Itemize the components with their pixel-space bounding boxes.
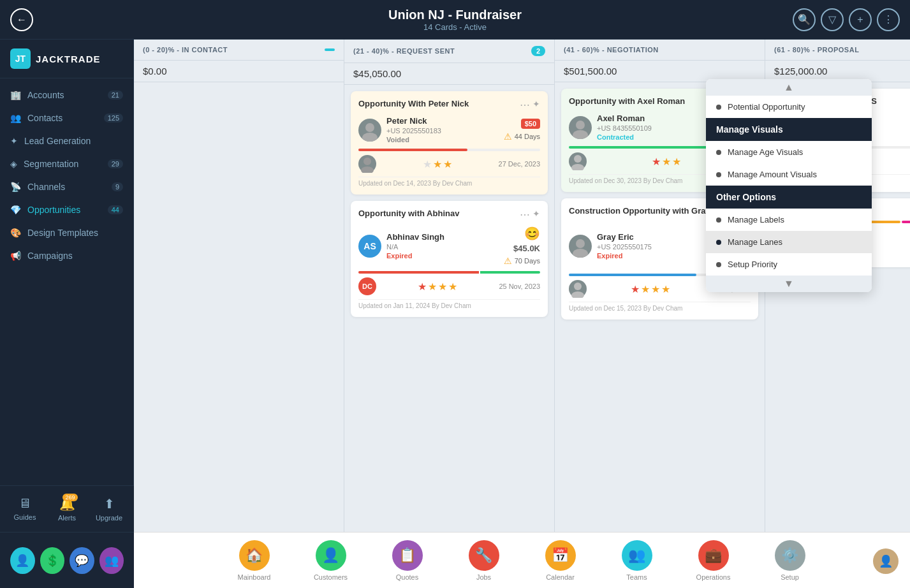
card-pin-peter-nick[interactable]: ✦ [532, 99, 540, 109]
dropdown-scroll-down[interactable]: ▼ [706, 276, 872, 292]
footer-avatar-peter-nick [358, 155, 376, 173]
nav-label-teams: Teams [626, 573, 647, 581]
dropdown-header-other-options: Other Options [706, 186, 872, 209]
page-title: Union NJ - Fundraiser [388, 8, 522, 22]
footer-avatar-axel [569, 152, 587, 170]
column-header-negotiation: (41 - 60)% - NEGOTIATION [555, 40, 765, 61]
label-manage-age-visuals: Manage Age Visuals [728, 147, 803, 157]
svg-point-4 [576, 121, 585, 129]
dropdown-item-potential-opportunity[interactable]: Potential Opportunity [706, 96, 872, 118]
svg-point-9 [573, 249, 588, 258]
col-cards-request-sent: Opportunity With Peter Nick ⋯ ✦ Peter Ni… [344, 85, 554, 532]
column-in-contact: (0 - 20)% - IN CONTACT $0.00 [134, 40, 344, 532]
bottom-icon-dollar[interactable]: 💲 [40, 547, 65, 574]
logo-text: JACKTRADE [36, 54, 101, 64]
sidebar-item-opportunities[interactable]: 💎 Opportunities 44 [0, 198, 133, 221]
dot-potential [716, 105, 721, 110]
person-name-peter-nick: Peter Nick [386, 116, 499, 126]
guides-button[interactable]: 🖥 Guides [5, 492, 45, 526]
guides-label: Guides [14, 513, 36, 521]
nav-item-customers[interactable]: 👤 Customers [293, 535, 369, 586]
updated-gray: Updated on Dec 15, 2023 By Dev Cham [569, 302, 751, 312]
search-button[interactable]: 🔍 [793, 8, 816, 31]
bottom-icon-user[interactable]: 👤 [10, 547, 35, 574]
progress-peter-nick [358, 149, 467, 151]
card-title-peter-nick: Opportunity With Peter Nick [358, 99, 520, 108]
avatar-gray-eric [569, 235, 592, 258]
nav-item-setup[interactable]: ⚙️ Setup [752, 535, 828, 586]
col-title-request-sent: (21 - 40)% - REQUEST SENT [353, 47, 455, 55]
nav-item-teams[interactable]: 👥 Teams [599, 535, 675, 586]
svg-point-11 [571, 291, 584, 298]
alerts-badge: 269 [62, 494, 77, 501]
more-button[interactable]: ⋮ [877, 8, 900, 31]
nav-item-jobs[interactable]: 🔧 Jobs [446, 535, 522, 586]
sidebar-item-design-templates[interactable]: 🎨 Design Templates [0, 221, 133, 244]
bottom-icon-group[interactable]: 👥 [99, 547, 124, 574]
label-potential-opportunity: Potential Opportunity [728, 102, 805, 112]
upgrade-button[interactable]: ⬆ Upgrade [89, 492, 129, 526]
dropdown-item-manage-amount-visuals[interactable]: Manage Amount Visuals [706, 163, 872, 186]
nav-label-setup: Setup [781, 573, 799, 581]
col-amount-request-sent: $45,050.00 [344, 63, 554, 85]
column-header-proposal: (61 - 80)% - PROPOSAL [765, 40, 910, 61]
nav-label-customers: Customers [314, 573, 348, 581]
dropdown-item-manage-lanes[interactable]: Manage Lanes [706, 231, 872, 253]
person-status-abhinav: Expired [386, 252, 499, 260]
days-peter-nick: 44 Days [515, 133, 540, 140]
sidebar-item-channels[interactable]: 📡 Channels 9 [0, 175, 133, 198]
back-button[interactable]: ← [10, 8, 33, 31]
amount-badge-peter-nick: $50 [521, 119, 540, 129]
person-status-peter-nick: Voided [386, 136, 499, 143]
dot-priority [716, 262, 721, 267]
sidebar-item-campaigns[interactable]: 📢 Campaigns [0, 244, 133, 267]
sidebar-item-accounts[interactable]: 🏢 Accounts 21 [0, 84, 133, 107]
label-setup-priority: Setup Priority [728, 260, 777, 269]
add-button[interactable]: + [849, 8, 872, 31]
page-subtitle: 14 Cards - Active [388, 22, 522, 32]
dropdown-item-manage-age-visuals[interactable]: Manage Age Visuals [706, 141, 872, 163]
card-peter-nick[interactable]: Opportunity With Peter Nick ⋯ ✦ Peter Ni… [351, 91, 548, 195]
stars-gray: ★ ★ ★ ★ [631, 283, 670, 295]
nav-label-mainboard: Mainboard [238, 573, 271, 581]
dropdown-scroll-up[interactable]: ▲ [706, 79, 872, 96]
dropdown-item-setup-priority[interactable]: Setup Priority [706, 253, 872, 276]
svg-point-5 [573, 130, 588, 139]
svg-point-10 [574, 283, 582, 290]
svg-point-0 [365, 123, 374, 132]
dot-amount-visuals [716, 172, 721, 177]
card-abhinav[interactable]: Opportunity with Abhinav ⋯ ✦ AS Abhinav … [351, 201, 548, 317]
sidebar-item-contacts[interactable]: 👥 Contacts 125 [0, 107, 133, 129]
sidebar-label-accounts: Accounts [27, 90, 64, 100]
sidebar-item-segmentation[interactable]: ◈ Segmentation 29 [0, 152, 133, 175]
alerts-button[interactable]: 🔔 269 Alerts [47, 492, 87, 526]
card-pin-abhinav[interactable]: ✦ [532, 209, 540, 219]
alerts-label: Alerts [58, 514, 76, 522]
nav-item-operations[interactable]: 💼 Operations [675, 535, 752, 586]
svg-point-1 [362, 133, 378, 142]
footer-avatar-abhinav: DC [358, 277, 376, 295]
logo-icon: JT [10, 48, 31, 69]
nav-item-mainboard[interactable]: 🏠 Mainboard [216, 535, 293, 586]
design-templates-icon: 🎨 [10, 228, 21, 238]
campaigns-icon: 📢 [10, 251, 21, 261]
sidebar-nav: 🏢 Accounts 21 👥 Contacts 125 ✦ Lead Gene… [0, 78, 133, 476]
filter-button[interactable]: ▽ [821, 8, 844, 31]
sidebar-label-segmentation: Segmentation [24, 159, 78, 169]
column-request-sent: (21 - 40)% - REQUEST SENT 2 $45,050.00 O… [344, 40, 555, 532]
nav-item-calendar[interactable]: 📅 Calendar [522, 535, 599, 586]
user-avatar[interactable]: 👤 [872, 547, 900, 575]
bottom-nav: 🏠 Mainboard 👤 Customers 📋 Quotes 🔧 Jobs … [134, 532, 910, 588]
sidebar-item-lead-generation[interactable]: ✦ Lead Generation [0, 129, 133, 152]
card-menu-abhinav[interactable]: ⋯ [520, 209, 530, 221]
sidebar-actions: 🖥 Guides 🔔 269 Alerts ⬆ Upgrade [0, 485, 134, 532]
nav-item-quotes[interactable]: 📋 Quotes [369, 535, 446, 586]
avatar-peter-nick [358, 119, 381, 142]
card-menu-peter-nick[interactable]: ⋯ [520, 99, 530, 111]
guides-icon: 🖥 [18, 496, 31, 511]
bottom-icon-chat[interactable]: 💬 [70, 547, 94, 574]
channels-badge: 9 [112, 182, 123, 191]
person-name-abhinav: Abhinav Singh [386, 232, 499, 242]
dropdown-item-manage-labels[interactable]: Manage Labels [706, 209, 872, 231]
card-title-abhinav: Opportunity with Abhinav [358, 209, 520, 218]
